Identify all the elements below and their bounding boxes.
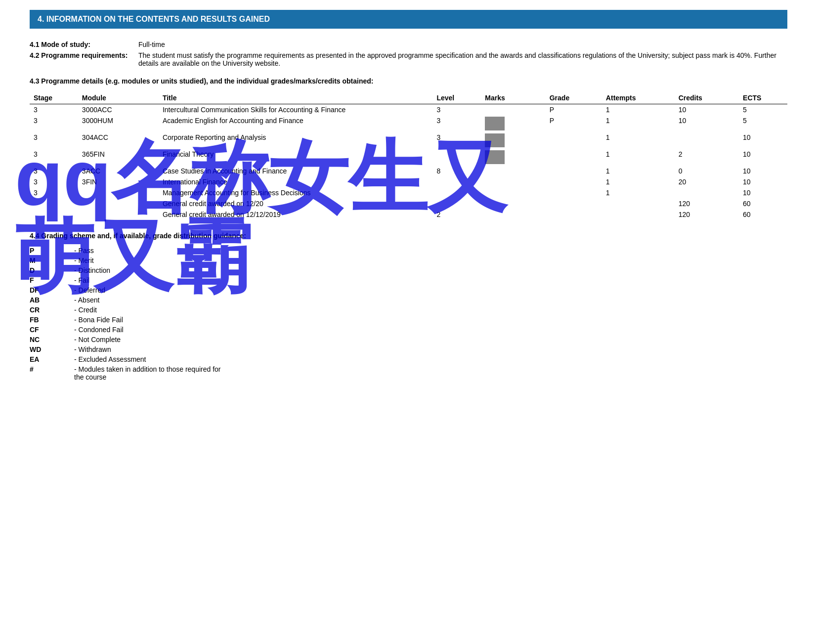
grading-code: WD (30, 345, 69, 353)
cell-title: General credit awarded on 12/20 (159, 198, 432, 209)
cell-attempts: 1 (602, 104, 675, 116)
cell-credits: 10 (675, 115, 739, 132)
cell-grade (546, 176, 602, 187)
cell-level: 3 (432, 104, 481, 116)
cell-credits: 2 (675, 149, 739, 166)
cell-module: 3FIN (78, 176, 159, 187)
table-row: 33FINInternational Finance12010 (30, 176, 787, 187)
grading-description: - Deferred (74, 286, 222, 294)
cell-grade (546, 187, 602, 198)
cell-stage: 3 (30, 166, 78, 176)
cell-credits: 0 (675, 166, 739, 176)
marks-box (485, 150, 505, 164)
cell-credits: 10 (675, 104, 739, 116)
cell-marks (481, 209, 545, 220)
cell-marks (481, 132, 545, 149)
cell-attempts: 1 (602, 176, 675, 187)
cell-attempts: 1 (602, 166, 675, 176)
cell-stage (30, 198, 78, 209)
cell-title: International Finance (159, 176, 432, 187)
table-row: 3304ACCCorporate Reporting and Analysis3… (30, 132, 787, 149)
cell-ects: 60 (739, 209, 787, 220)
cell-marks (481, 115, 545, 132)
cell-ects: 5 (739, 104, 787, 116)
cell-module (78, 209, 159, 220)
cell-attempts: 1 (602, 132, 675, 149)
cell-title: Management Accounting for Business Decis… (159, 187, 432, 198)
grading-code: FB (30, 316, 69, 324)
page-container: qq名称女生又 萌又霸 4. INFORMATION ON THE CONTEN… (0, 0, 817, 391)
marks-box (485, 133, 505, 147)
cell-grade (546, 132, 602, 149)
cell-marks (481, 176, 545, 187)
grading-grid: P- PassM- MeritD- DistinctionF- FailDF- … (30, 247, 787, 381)
cell-grade (546, 166, 602, 176)
grading-description: - Credit (74, 306, 222, 314)
cell-level (432, 187, 481, 198)
cell-level: 3 (432, 132, 481, 149)
grading-section: 4.4 Grading scheme and, if available, gr… (30, 232, 787, 381)
cell-stage: 3 (30, 187, 78, 198)
cell-credits: 120 (675, 198, 739, 209)
cell-module: 304ACC (78, 132, 159, 149)
cell-grade (546, 209, 602, 220)
grading-description: - Distinction (74, 266, 222, 274)
grading-code: CF (30, 326, 69, 334)
cell-grade: P (546, 115, 602, 132)
table-row: 33ACCCase Studies in Accounting and Fina… (30, 166, 787, 176)
cell-credits: 20 (675, 176, 739, 187)
col-header-stage: Stage (30, 92, 78, 104)
table-row: General credit awarded on 12/12/20192120… (30, 209, 787, 220)
cell-ects: 10 (739, 149, 787, 166)
col-header-ects: ECTS (739, 92, 787, 104)
cell-ects: 10 (739, 166, 787, 176)
cell-level (432, 176, 481, 187)
grading-description: - Merit (74, 257, 222, 264)
cell-attempts (602, 198, 675, 209)
cell-level (432, 198, 481, 209)
cell-level (432, 149, 481, 166)
col-header-grade: Grade (546, 92, 602, 104)
grading-code: DF (30, 286, 69, 294)
grading-description: - Modules taken in addition to those req… (74, 365, 222, 381)
grading-code: NC (30, 336, 69, 343)
cell-module: 365FIN (78, 149, 159, 166)
programme-req-value: The student must satisfy the programme r… (138, 51, 787, 67)
col-header-title: Title (159, 92, 432, 104)
cell-stage: 3 (30, 104, 78, 116)
cell-ects: 60 (739, 198, 787, 209)
cell-credits (675, 132, 739, 149)
table-row: 3365FINFinancial Theory1210 (30, 149, 787, 166)
grading-code: D (30, 266, 69, 274)
grading-description: - Condoned Fail (74, 326, 222, 334)
cell-ects: 5 (739, 115, 787, 132)
cell-title: Financial Theory (159, 149, 432, 166)
section-title: 4. INFORMATION ON THE CONTENTS AND RESUL… (38, 15, 270, 23)
table-header-row: Stage Module Title Level Marks Grade Att… (30, 92, 787, 104)
cell-stage (30, 209, 78, 220)
cell-attempts: 1 (602, 149, 675, 166)
cell-attempts: 1 (602, 115, 675, 132)
cell-attempts: 1 (602, 187, 675, 198)
cell-marks (481, 187, 545, 198)
cell-ects: 10 (739, 187, 787, 198)
cell-stage: 3 (30, 176, 78, 187)
grading-description: - Absent (74, 296, 222, 304)
col-header-marks: Marks (481, 92, 545, 104)
info-block-mode: 4.1 Mode of study: Full-time 4.2 Program… (30, 41, 787, 67)
cell-module (78, 198, 159, 209)
cell-module: 3ACC (78, 166, 159, 176)
grading-code: AB (30, 296, 69, 304)
cell-level: 3 (432, 115, 481, 132)
table-row: 33000ACCIntercultural Communication Skil… (30, 104, 787, 116)
grading-code: M (30, 257, 69, 264)
grading-description: - Pass (74, 247, 222, 255)
grading-description: - Bona Fide Fail (74, 316, 222, 324)
grading-title: 4.4 Grading scheme and, if available, gr… (30, 232, 787, 240)
col-header-level: Level (432, 92, 481, 104)
cell-marks (481, 198, 545, 209)
cell-credits: 120 (675, 209, 739, 220)
grading-description: - Withdrawn (74, 345, 222, 353)
cell-ects: 10 (739, 176, 787, 187)
cell-grade: P (546, 104, 602, 116)
